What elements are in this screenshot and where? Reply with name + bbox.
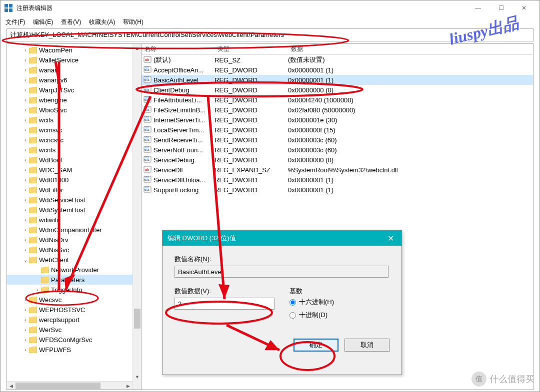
tree-item[interactable]: ›WFPLWFS [7,345,141,355]
chevron-icon[interactable]: › [22,307,29,313]
scroll-down-icon[interactable]: ▼ [133,373,142,381]
maximize-button[interactable]: ☐ [490,0,512,15]
menu-file[interactable]: 文件(F) [2,17,28,27]
tree-item[interactable]: ›TriggerInfo [7,285,141,295]
tree-item[interactable]: ›wanarp [7,65,141,75]
chevron-icon[interactable]: › [22,237,29,243]
tree-item[interactable]: ›Wdf01000 [7,175,141,185]
tree-item[interactable]: ›wcifs [7,115,141,125]
list-row[interactable]: 011110SupportLockingREG_DWORD0x00000001 … [142,185,533,195]
list-row[interactable]: 011110ClientDebugREG_DWORD0x00000000 (0) [142,85,533,95]
tree-item[interactable]: ›wanarpv6 [7,75,141,85]
minimize-button[interactable]: — [466,0,490,15]
tree-item[interactable]: ›WEPHOSTSVC [7,305,141,315]
chevron-icon[interactable]: › [22,67,29,73]
menu-help[interactable]: 帮助(H) [120,17,146,27]
list-row[interactable]: 011110ServerNotFoun...REG_DWORD0x0000003… [142,145,533,155]
tree-item[interactable]: ›wcncsvc [7,135,141,145]
tree-scrollbar-horizontal[interactable]: ◀ ▶ [7,381,132,390]
list-row[interactable]: ab(默认)REG_SZ(数值未设置) [142,55,533,65]
menu-view[interactable]: 查看(V) [58,17,84,27]
tree-item[interactable]: ›Wecsvc [7,295,141,305]
scroll-up-icon[interactable]: ▲ [133,44,142,52]
list-row[interactable]: 011110SendReceiveTi...REG_DWORD0x0000003… [142,135,533,145]
chevron-icon[interactable]: › [22,187,29,193]
chevron-icon[interactable]: › [22,317,29,323]
chevron-icon[interactable]: › [22,127,29,133]
tree-item[interactable]: ›WFDSConMgrSvc [7,335,141,345]
cancel-button[interactable]: 取消 [344,339,390,352]
list-row[interactable]: 011110FileAttributesLi...REG_DWORD0x000f… [142,95,533,105]
chevron-icon[interactable]: › [22,47,29,53]
chevron-icon[interactable]: › [34,287,41,293]
list-row[interactable]: 011110InternetServerTi...REG_DWORD0x0000… [142,115,533,125]
tree-item[interactable]: ›WdiSystemHost [7,205,141,215]
chevron-icon[interactable]: › [22,337,29,343]
dialog-titlebar[interactable]: 编辑 DWORD (32 位)值 ✕ [162,231,402,246]
radio-hex-input[interactable] [290,299,296,306]
chevron-icon[interactable]: › [22,297,29,303]
chevron-icon[interactable]: › [22,147,29,153]
chevron-icon[interactable]: › [22,207,29,213]
chevron-icon[interactable]: › [22,77,29,83]
chevron-icon[interactable]: › [22,247,29,253]
ok-button[interactable]: 确定 [294,339,338,352]
tree-item[interactable]: ›WdmCompanionFilter [7,225,141,235]
chevron-icon[interactable]: › [22,177,29,183]
tree-item[interactable]: ›WarpJITSvc [7,85,141,95]
chevron-icon[interactable]: ⌄ [22,257,29,263]
tree-item[interactable]: ›wdiwifi [7,215,141,225]
chevron-icon[interactable]: › [22,327,29,333]
tree-item[interactable]: ›WdiServiceHost [7,195,141,205]
radio-hex[interactable]: 十六进制(H) [290,298,390,307]
radio-dec[interactable]: 十进制(D) [290,311,390,320]
column-data[interactable]: 数据 [288,45,533,53]
value-data-field[interactable] [174,298,274,310]
chevron-icon[interactable]: › [22,167,29,173]
tree-item[interactable]: NetworkProvider [7,265,141,275]
list-row[interactable]: 011110BasicAuthLevelREG_DWORD0x00000001 … [142,75,533,85]
chevron-icon[interactable]: › [22,137,29,143]
menu-edit[interactable]: 编辑(E) [30,17,56,27]
tree-pane[interactable]: ›WacomPen›WalletService›wanarp›wanarpv6›… [7,44,142,390]
list-row[interactable]: 011110LocalServerTim...REG_DWORD0x000000… [142,125,533,135]
tree-item[interactable]: ›WDC_SAM [7,165,141,175]
tree-item[interactable]: ›WdBoot [7,155,141,165]
tree-item[interactable]: ›WalletService [7,55,141,65]
list-row[interactable]: 011110ServiceDllUnloa...REG_DWORD0x00000… [142,175,533,185]
tree-item[interactable]: ›WerSvc [7,325,141,335]
scroll-left-icon[interactable]: ◀ [7,382,16,390]
chevron-icon[interactable]: › [22,227,29,233]
menu-favorites[interactable]: 收藏夹(A) [86,17,118,27]
radio-dec-input[interactable] [290,312,296,319]
list-row[interactable]: 011110ServiceDebugREG_DWORD0x00000000 (0… [142,155,533,165]
scroll-right-icon[interactable]: ▶ [124,382,132,390]
column-name[interactable]: 名称 [142,45,214,53]
list-row[interactable]: abServiceDllREG_EXPAND_SZ%SystemRoot%\Sy… [142,165,533,175]
tree-item[interactable]: ›wcnfs [7,145,141,155]
scroll-thumb[interactable] [134,309,140,329]
chevron-icon[interactable]: › [22,117,29,123]
chevron-icon[interactable]: › [22,107,29,113]
scroll-thumb-h[interactable] [16,383,100,389]
chevron-icon[interactable]: › [22,217,29,223]
tree-item[interactable]: ›wbengine [7,95,141,105]
chevron-icon[interactable]: › [22,197,29,203]
tree-item[interactable]: ›WdNisDrv [7,235,141,245]
column-type[interactable]: 类型 [214,45,288,53]
tree-item[interactable]: Parameters [7,275,141,285]
tree-item[interactable]: ›wercplsupport [7,315,141,325]
tree-item[interactable]: ›WdFilter [7,185,141,195]
list-row[interactable]: 011110AcceptOfficeAn...REG_DWORD0x000000… [142,65,533,75]
tree-item[interactable]: ›WdNisSvc [7,245,141,255]
chevron-icon[interactable]: › [22,347,29,353]
tree-item[interactable]: ›wcmsvc [7,125,141,135]
tree-item[interactable]: ›WbioSrvc [7,105,141,115]
tree-item[interactable]: ⌄WebClient [7,255,141,265]
chevron-icon[interactable]: › [22,157,29,163]
chevron-icon[interactable]: › [22,87,29,93]
dialog-close-button[interactable]: ✕ [384,234,396,243]
tree-item[interactable]: ›WacomPen [7,45,141,55]
chevron-icon[interactable]: › [22,97,29,103]
tree-scrollbar-vertical[interactable]: ▲ ▼ [132,44,141,390]
